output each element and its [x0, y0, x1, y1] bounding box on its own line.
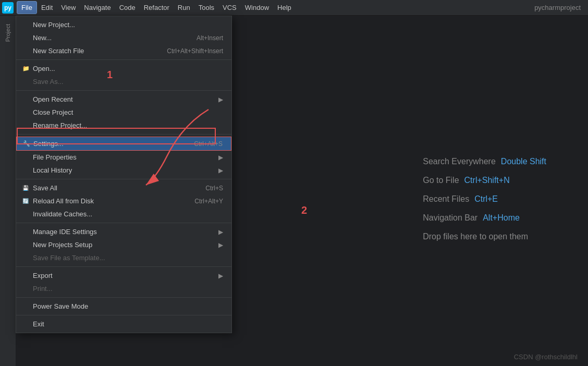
file-dropdown-menu: New Project...New...Alt+InsertNew Scratc…: [16, 16, 232, 333]
menu-item-save-all[interactable]: 💾Save AllCtrl+S: [16, 181, 231, 194]
menu-item-new-projects-setup[interactable]: New Projects Setup▶: [16, 238, 231, 251]
app-icon: py: [2, 2, 14, 14]
menu-separator-27: [16, 315, 231, 315]
menu-item-label: Exit: [33, 320, 44, 328]
menu-item-shortcut: Ctrl+Alt+Shift+Insert: [167, 47, 223, 55]
menu-item-save-file-as-template---: Save File as Template...: [16, 251, 231, 264]
menu-file[interactable]: File: [17, 1, 37, 14]
menu-item-label: Settings...: [33, 140, 64, 148]
menubar: py File Edit View Navigate Code Refactor…: [0, 0, 588, 16]
submenu-arrow-icon: ▶: [218, 96, 223, 103]
menu-item-label: Save As...: [33, 78, 64, 86]
menu-separator-6: [16, 90, 231, 91]
wrench-icon: 🔧: [23, 140, 30, 147]
folder-icon: 📁: [22, 65, 30, 72]
welcome-search-label: Search Everywhere: [423, 157, 496, 166]
menu-item-shortcut: Ctrl+S: [205, 185, 223, 192]
menu-item-file-properties[interactable]: File Properties▶: [16, 151, 231, 164]
welcome-row-recent: Recent Files Ctrl+E: [423, 194, 546, 204]
sidebar-project-icon[interactable]: Project: [4, 20, 12, 46]
menu-item-new---[interactable]: New...Alt+Insert: [16, 31, 231, 44]
menu-item-label: Manage IDE Settings: [33, 228, 97, 236]
welcome-goto-shortcut: Ctrl+Shift+N: [464, 176, 510, 185]
menu-item-label: Print...: [33, 285, 53, 292]
submenu-arrow-icon: ▶: [218, 272, 223, 279]
submenu-arrow-icon: ▶: [218, 228, 223, 236]
welcome-recent-label: Recent Files: [423, 194, 469, 204]
menu-vcs[interactable]: VCS: [218, 2, 241, 14]
menu-item-label: Save File as Template...: [33, 254, 105, 262]
menu-item-shortcut: Ctrl+Alt+Y: [194, 198, 223, 205]
welcome-goto-label: Go to File: [423, 176, 459, 185]
welcome-row-search: Search Everywhere Double Shift: [423, 157, 546, 166]
welcome-row-nav: Navigation Bar Alt+Home: [423, 213, 546, 223]
menu-separator-18: [16, 223, 231, 223]
welcome-row-goto: Go to File Ctrl+Shift+N: [423, 176, 546, 185]
menu-help[interactable]: Help: [273, 2, 296, 14]
menu-item-export[interactable]: Export▶: [16, 269, 231, 282]
menu-item-label: Rename Project...: [33, 121, 87, 129]
menu-item-label: New Project...: [33, 21, 75, 29]
menu-item-label: Close Project: [33, 108, 73, 116]
menu-separator-25: [16, 297, 231, 298]
welcome-recent-shortcut: Ctrl+E: [474, 194, 498, 204]
menu-item-power-save-mode[interactable]: Power Save Mode: [16, 300, 231, 313]
menu-item-label: Invalidate Caches...: [33, 210, 92, 218]
save-icon: 💾: [22, 185, 29, 191]
menu-item-label: Power Save Mode: [33, 302, 88, 310]
menu-refactor[interactable]: Refactor: [140, 2, 174, 14]
menu-item-manage-ide-settings[interactable]: Manage IDE Settings▶: [16, 225, 231, 238]
menu-item-label: Open Recent: [33, 95, 73, 103]
menu-item-label: Save All: [33, 184, 57, 192]
menu-code[interactable]: Code: [115, 2, 140, 14]
menu-item-label: File Properties: [33, 153, 77, 161]
menu-separator-22: [16, 266, 231, 267]
menu-item-label: New Projects Setup: [33, 241, 92, 249]
welcome-nav-label: Navigation Bar: [423, 213, 477, 223]
menu-edit[interactable]: Edit: [37, 2, 57, 14]
menu-item-settings---[interactable]: 🔧Settings...Ctrl+Alt+S: [16, 137, 231, 151]
menu-item-print---: Print...: [16, 282, 231, 295]
app-title: pycharmproject: [534, 4, 586, 11]
menu-item-label: New Scratch File: [33, 47, 84, 55]
menu-item-label: Reload All from Disk: [33, 197, 94, 205]
watermark: CSDN @rothschildlhl: [514, 353, 578, 361]
menu-item-label: Local History: [33, 166, 72, 174]
menu-item-label: Open...: [33, 65, 55, 72]
menu-navigate[interactable]: Navigate: [80, 2, 115, 14]
menu-item-local-history[interactable]: Local History▶: [16, 164, 231, 177]
menu-item-close-project[interactable]: Close Project: [16, 106, 231, 119]
submenu-arrow-icon: ▶: [218, 167, 223, 174]
menu-item-exit[interactable]: Exit: [16, 318, 231, 331]
menu-item-label: Export: [33, 272, 53, 279]
welcome-row-drop: Drop files here to open them: [423, 232, 546, 241]
menu-item-save-as---: Save As...: [16, 75, 231, 88]
menu-separator-3: [16, 59, 231, 60]
menu-item-open---[interactable]: 📁Open...: [16, 62, 231, 75]
menu-item-invalidate-caches---[interactable]: Invalidate Caches...: [16, 208, 231, 221]
menu-item-shortcut: Alt+Insert: [197, 34, 223, 42]
sidebar-strip: Project: [0, 16, 16, 366]
menu-separator-14: [16, 179, 231, 179]
menu-item-new-scratch-file[interactable]: New Scratch FileCtrl+Alt+Shift+Insert: [16, 44, 231, 57]
menu-item-new-project---[interactable]: New Project...: [16, 18, 231, 31]
reload-icon: 🔄: [22, 198, 29, 204]
welcome-nav-shortcut: Alt+Home: [483, 213, 520, 223]
submenu-arrow-icon: ▶: [218, 154, 223, 161]
welcome-search-shortcut: Double Shift: [501, 157, 546, 166]
welcome-drop-label: Drop files here to open them: [423, 232, 528, 241]
menu-item-rename-project---[interactable]: Rename Project...: [16, 119, 231, 132]
menu-view[interactable]: View: [57, 2, 80, 14]
menu-item-shortcut: Ctrl+Alt+S: [194, 140, 223, 148]
menu-separator-10: [16, 134, 231, 135]
menu-item-reload-all-from-disk[interactable]: 🔄Reload All from DiskCtrl+Alt+Y: [16, 194, 231, 208]
submenu-arrow-icon: ▶: [218, 241, 223, 249]
menu-item-label: New...: [33, 34, 52, 42]
welcome-panel: Search Everywhere Double Shift Go to Fil…: [423, 157, 546, 241]
menu-run[interactable]: Run: [174, 2, 194, 14]
menu-tools[interactable]: Tools: [194, 2, 218, 14]
menu-item-open-recent[interactable]: Open Recent▶: [16, 93, 231, 106]
menu-window[interactable]: Window: [241, 2, 273, 14]
